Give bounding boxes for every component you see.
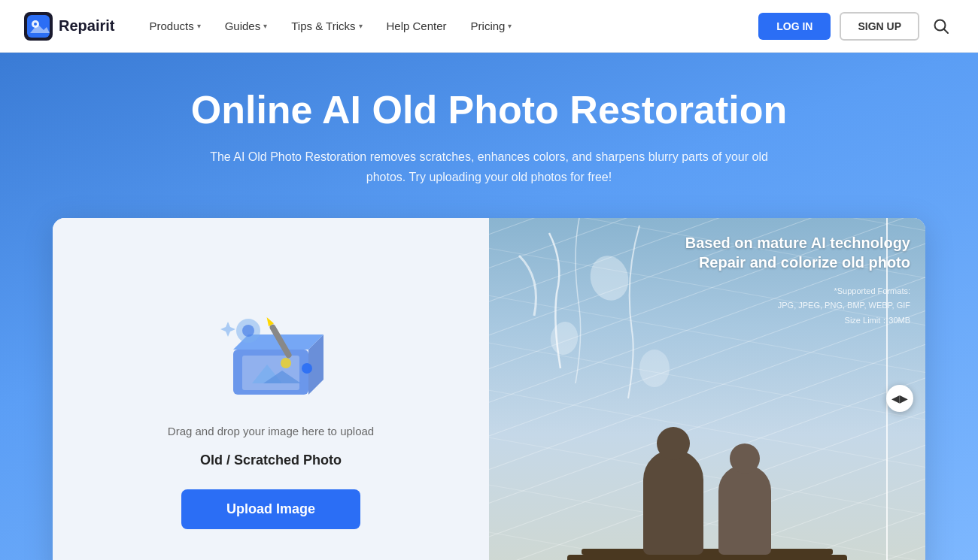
svg-point-10 (281, 358, 291, 368)
hero-title: Online AI Old Photo Restoration (15, 89, 963, 132)
overlay-text-block: Based on mature AI technology Repair and… (685, 233, 910, 328)
hero-subtitle: The AI Old Photo Restoration removes scr… (196, 147, 782, 187)
svg-point-14 (242, 325, 254, 337)
overlay-title: Based on mature AI technology Repair and… (685, 233, 910, 272)
tips-chevron-icon: ▾ (359, 22, 363, 30)
drag-drop-text: Drag and drop your image here to upload (168, 425, 374, 437)
card-container: Drag and drop your image here to upload … (38, 218, 940, 560)
person1-silhouette (643, 450, 703, 555)
nav-pricing[interactable]: Pricing ▾ (460, 14, 523, 38)
svg-point-17 (548, 319, 580, 357)
nav-products[interactable]: Products ▾ (138, 14, 211, 38)
person2-silhouette (718, 465, 771, 555)
bench (567, 555, 846, 560)
svg-point-15 (302, 363, 312, 374)
search-icon (933, 18, 949, 35)
people-silhouette (533, 374, 882, 560)
slider-handle[interactable]: ◀▶ (886, 385, 913, 412)
logo[interactable]: Repairit (24, 12, 114, 41)
upload-image-button[interactable]: Upload Image (181, 489, 360, 529)
products-chevron-icon: ▾ (197, 22, 201, 30)
search-button[interactable] (928, 14, 954, 39)
signup-button[interactable]: SIGN UP (840, 12, 919, 41)
svg-point-3 (34, 23, 37, 26)
nav-links: Products ▾ Guides ▾ Tips & Tricks ▾ Help… (138, 14, 758, 38)
pricing-chevron-icon: ▾ (508, 22, 512, 30)
nav-guides[interactable]: Guides ▾ (214, 14, 278, 38)
photo-type-label: Old / Scratched Photo (200, 453, 342, 468)
upload-illustration (196, 259, 346, 410)
navbar: Repairit Products ▾ Guides ▾ Tips & Tric… (0, 0, 978, 53)
nav-help-center[interactable]: Help Center (376, 14, 457, 38)
nav-tips-tricks[interactable]: Tips & Tricks ▾ (281, 14, 372, 38)
login-button[interactable]: LOG IN (758, 13, 831, 40)
preview-panel: Based on mature AI technology Repair and… (489, 218, 925, 560)
guides-chevron-icon: ▾ (263, 22, 267, 30)
svg-point-16 (585, 251, 633, 304)
main-card: Drag and drop your image here to upload … (53, 218, 925, 560)
upload-panel: Drag and drop your image here to upload … (53, 218, 489, 560)
svg-line-5 (944, 29, 949, 33)
divider-line (886, 218, 888, 560)
hero-section: Online AI Old Photo Restoration The AI O… (0, 53, 978, 560)
logo-text: Repairit (59, 17, 114, 35)
overlay-formats: *Supported Formats: JPG, JPEG, PNG, BMP,… (685, 284, 910, 328)
logo-icon (24, 12, 53, 41)
nav-actions: LOG IN SIGN UP (758, 12, 954, 41)
